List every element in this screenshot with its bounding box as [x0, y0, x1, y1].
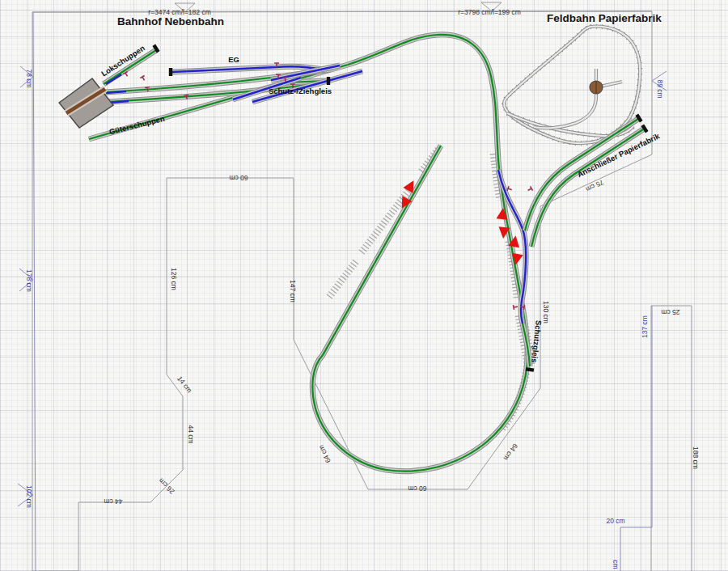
feldbahn-turntable[interactable] — [590, 81, 603, 94]
track-plan-svg: r=3474 cm/l=182 cm Bahnhof Nebenbahn r=3… — [0, 0, 728, 571]
bottom-right-dimension-line — [620, 306, 652, 571]
track-plan-canvas: r=3474 cm/l=182 cm Bahnhof Nebenbahn r=3… — [0, 0, 728, 571]
feldbahn-turntable-branch[interactable] — [534, 69, 622, 128]
dim-cut-60cm: 60 cm — [229, 174, 248, 182]
baseboard-column-outline — [651, 306, 692, 571]
title-bahnhof-nebenbahn: Bahnhof Nebenbahn — [117, 15, 224, 27]
dim-89cm: 89 cm — [656, 79, 664, 98]
track-mainline-loop[interactable] — [312, 35, 527, 472]
label-eg: EG — [228, 55, 239, 64]
dim-78cm: 78 cm — [25, 69, 33, 87]
dim-64cm-left: 64 cm — [317, 444, 332, 464]
dim-bottom-cm: cm — [612, 560, 620, 569]
dim-20cm: 20 cm — [606, 517, 624, 525]
dim-130cm: 130 cm — [542, 301, 550, 324]
dim-147cm: 147 cm — [289, 280, 297, 302]
label-schutz-ziehgleis: Schutz-/Ziehgleis — [269, 87, 332, 95]
dim-44cm-b: 44 cm — [104, 497, 122, 505]
turnout-markers — [123, 63, 532, 310]
dim-75cm: 75 cm — [585, 178, 605, 193]
dim-102cm: 102 cm — [25, 485, 33, 508]
label-anschliesser: Anschließer Papierfabrik — [576, 131, 662, 179]
dim-137cm: 137 cm — [641, 315, 649, 338]
dim-64cm-right: 64 cm — [502, 442, 520, 462]
dim-60cm-bottom: 60 cm — [408, 484, 426, 493]
dim-178cm: 178 cm — [25, 269, 33, 292]
label-schutzgleis: Schutzgleis — [530, 320, 543, 364]
dim-25cm: 25 cm — [661, 308, 679, 316]
dim-14cm: 14 cm — [176, 374, 193, 394]
dim-44cm-a: 44 cm — [187, 425, 195, 443]
dim-188cm: 188 cm — [692, 446, 700, 469]
label-gueterschuppen: Güterschuppen — [108, 114, 166, 137]
title-feldbahn-papierfabrik: Feldbahn Papierfabrik — [547, 12, 662, 24]
dim-126cm: 126 cm — [170, 268, 178, 290]
baseboard-outline — [32, 11, 652, 571]
curve-annotation-right: r=3798 cm/l=199 cm — [458, 8, 520, 16]
